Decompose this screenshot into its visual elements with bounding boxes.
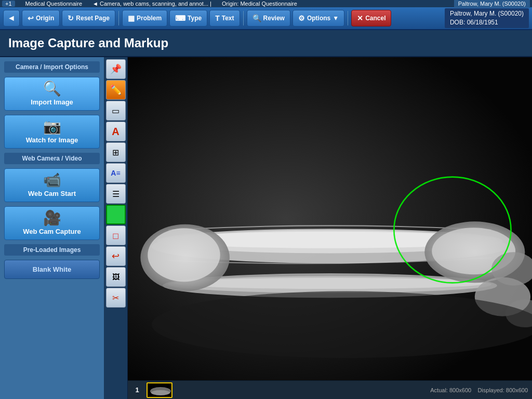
type-icon: ⌨ [175, 14, 185, 22]
options-label: Options [307, 15, 330, 22]
breadcrumb: ◄ Camera, web cams, scanning, and annot.… [92, 1, 211, 7]
grid-icon: ⊞ [112, 148, 119, 157]
divider-3 [348, 11, 348, 25]
thumb-svg [148, 383, 172, 398]
rectangle-icon: ▭ [112, 106, 119, 116]
blank-white-button[interactable]: Blank White [4, 260, 100, 279]
preloaded-section-label: Pre-Loaded Images [4, 244, 100, 256]
xray-image [128, 57, 532, 380]
pencil-tool-button[interactable]: ✏️ [106, 80, 126, 100]
grid-tool-button[interactable]: ⊞ [106, 142, 126, 162]
import-image-label: Import Image [31, 98, 73, 106]
review-icon: 🔍 [252, 14, 261, 22]
type-button[interactable]: ⌨ Type [169, 10, 207, 26]
reset-label: Reset Page [76, 15, 110, 22]
problem-label: Problem [137, 15, 162, 22]
patient-info: Paltrow, Mary M. (S00020) DOB: 06/18/195… [445, 8, 529, 28]
origin-label: Origin [36, 15, 54, 22]
image-size-info: Actual: 800x600 Displayed: 800x600 [430, 387, 528, 393]
webcam-section-label: Web Camera / Video [4, 153, 100, 164]
text-icon: T [215, 14, 220, 22]
main-content: Camera / Import Options 🔍 Import Image 📷… [0, 57, 532, 399]
cancel-label: Cancel [365, 15, 385, 22]
eraser-tool-button[interactable]: ◻ [106, 225, 126, 245]
import-image-button[interactable]: 🔍 Import Image [4, 77, 100, 111]
blank-white-label: Blank White [33, 265, 71, 273]
divider-1 [118, 11, 119, 25]
crop-tool-button[interactable]: ✂ [106, 288, 126, 308]
lines-tool-button[interactable]: ☰ [106, 184, 126, 204]
svg-point-7 [174, 278, 486, 289]
review-label: Review [263, 15, 285, 22]
webcam-capture-label: Web Cam Capture [23, 228, 81, 235]
origin-icon: ↩ [28, 14, 34, 22]
problem-icon: ▦ [128, 14, 135, 22]
vertical-toolbar: 📌 ✏️ ▭ A ⊞ A≡ ☰ ◻ ↩ 🖼 ✂ [104, 57, 128, 399]
eraser-icon: ◻ [112, 231, 119, 241]
top-bar-left: +1 Medical Questionnaire ◄ Camera, web c… [2, 1, 454, 7]
text2-tool-button[interactable]: A≡ [106, 163, 126, 183]
divider-2 [243, 11, 244, 25]
pencil-icon: ✏️ [110, 84, 122, 96]
patient-dob: DOB: 06/18/1951 [450, 18, 524, 27]
image-icon: 🖼 [112, 273, 119, 281]
displayed-size: Displayed: 800x600 [477, 387, 528, 393]
patient-name-top: Paltrow, Mary M. (S00020) [454, 0, 530, 8]
image-tool-button[interactable]: 🖼 [106, 267, 126, 287]
back-button[interactable]: ◄ [3, 10, 20, 26]
cancel-button[interactable]: ✕ Cancel [351, 10, 391, 26]
watch-image-label: Watch for Image [26, 136, 78, 144]
type-label: Type [188, 15, 202, 22]
thumbnail-number: 1 [132, 386, 142, 394]
problem-button[interactable]: ▦ Problem [122, 10, 167, 26]
page-title: Image Capture and Markup [8, 36, 168, 50]
rectangle-tool-button[interactable]: ▭ [106, 101, 126, 121]
svg-point-19 [151, 390, 170, 395]
page-title-bar: Image Capture and Markup [0, 30, 532, 57]
tab-counter: +1 [2, 1, 15, 7]
camera-section-label: Camera / Import Options [4, 61, 100, 73]
watch-for-image-button[interactable]: 📷 Watch for Image [4, 115, 100, 149]
text-tool-button[interactable]: A [106, 122, 126, 141]
webcam-capture-icon: 🎥 [43, 211, 61, 225]
options-arrow: ▼ [332, 15, 339, 22]
svg-point-9 [148, 228, 220, 282]
text-label: Text [222, 15, 234, 22]
webcam-start-label: Web Cam Start [28, 190, 76, 197]
origin-button[interactable]: ↩ Origin [22, 10, 60, 26]
left-panel: Camera / Import Options 🔍 Import Image 📷… [0, 57, 104, 399]
cancel-icon: ✕ [357, 14, 363, 22]
select-icon: 📌 [110, 63, 122, 75]
review-button[interactable]: 🔍 Review [247, 10, 290, 26]
reset-page-button[interactable]: ↻ Reset Page [62, 10, 115, 26]
tab-title: Medical Questionnaire [25, 1, 82, 7]
thumbnail-image[interactable] [147, 382, 172, 398]
lines-icon: ☰ [112, 189, 119, 199]
image-footer: 1 Actual: 800x600 Displayed: 800x600 [128, 380, 532, 399]
origin-label: Origin: Medical Questionnaire [222, 1, 297, 7]
color-fill-button[interactable] [106, 205, 126, 224]
undo-icon: ↩ [112, 250, 119, 262]
image-viewport[interactable] [128, 57, 532, 380]
undo-tool-button[interactable]: ↩ [106, 246, 126, 266]
toolbar: ◄ ↩ Origin ↻ Reset Page ▦ Problem ⌨ Type… [0, 7, 532, 30]
reset-icon: ↻ [68, 14, 74, 22]
actual-size: Actual: 800x600 [430, 387, 471, 393]
patient-name: Paltrow, Mary M. (S00020) [450, 9, 524, 18]
import-image-icon: 🔍 [43, 82, 61, 96]
options-button[interactable]: ⚙ Options ▼ [292, 10, 344, 26]
crop-icon: ✂ [112, 293, 119, 303]
watch-image-icon: 📷 [43, 119, 61, 134]
image-area: 1 Actual: 800x600 Displayed: 800x600 [128, 57, 532, 399]
webcam-start-button[interactable]: 📹 Web Cam Start [4, 168, 100, 202]
webcam-capture-button[interactable]: 🎥 Web Cam Capture [4, 206, 100, 240]
svg-point-15 [152, 291, 532, 358]
webcam-start-icon: 📹 [43, 173, 61, 188]
options-icon: ⚙ [298, 14, 305, 22]
text-button[interactable]: T Text [209, 10, 240, 26]
top-bar: +1 Medical Questionnaire ◄ Camera, web c… [0, 0, 532, 7]
select-tool-button[interactable]: 📌 [106, 59, 126, 79]
